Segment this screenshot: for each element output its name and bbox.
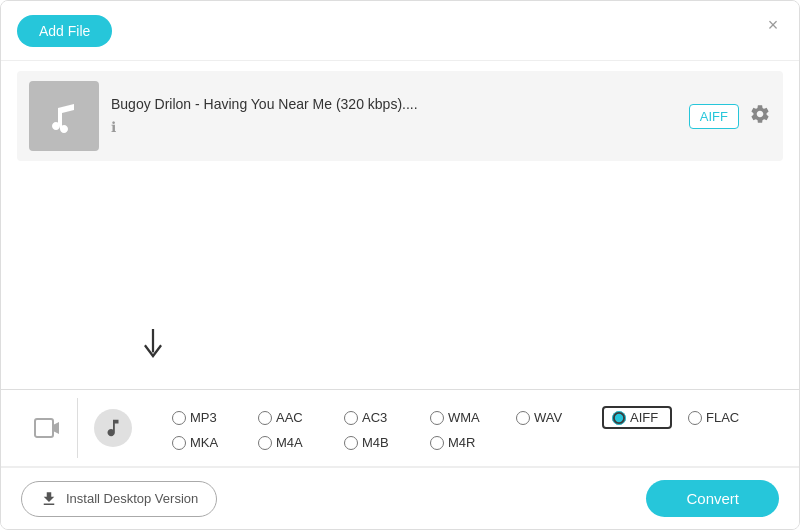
format-options: MP3 AAC AC3 WMA WAV AIFF — [148, 398, 783, 458]
format-row-2: MKA M4A M4B M4R — [172, 435, 767, 450]
app-window: Add File × Bugoy Drilon - Having You Nea… — [0, 0, 800, 530]
down-arrow-icon — [139, 329, 167, 365]
convert-button[interactable]: Convert — [646, 480, 779, 517]
file-list-area: Bugoy Drilon - Having You Near Me (320 k… — [1, 61, 799, 389]
format-flac[interactable]: FLAC — [688, 410, 758, 425]
format-mka[interactable]: MKA — [172, 435, 242, 450]
format-m4r[interactable]: M4R — [430, 435, 500, 450]
svg-rect-1 — [35, 419, 53, 437]
format-tabs: MP3 AAC AC3 WMA WAV AIFF — [1, 390, 799, 467]
format-wma[interactable]: WMA — [430, 410, 500, 425]
format-ac3[interactable]: AC3 — [344, 410, 414, 425]
file-name: Bugoy Drilon - Having You Near Me (320 k… — [111, 96, 677, 112]
file-thumbnail — [29, 81, 99, 151]
format-aiff[interactable]: AIFF — [602, 406, 672, 429]
tab-video[interactable] — [17, 398, 78, 458]
info-icon[interactable]: ℹ — [111, 119, 116, 135]
bottom-panel: MP3 AAC AC3 WMA WAV AIFF — [1, 389, 799, 467]
audio-tab-circle — [94, 409, 132, 447]
format-row-1: MP3 AAC AC3 WMA WAV AIFF — [172, 406, 767, 429]
format-wav[interactable]: WAV — [516, 410, 586, 425]
file-actions: AIFF — [689, 103, 771, 130]
gear-icon — [749, 103, 771, 125]
install-desktop-button[interactable]: Install Desktop Version — [21, 481, 217, 517]
install-label: Install Desktop Version — [66, 491, 198, 506]
format-m4a[interactable]: M4A — [258, 435, 328, 450]
format-aac[interactable]: AAC — [258, 410, 328, 425]
down-arrow-area — [139, 329, 167, 369]
format-mp3[interactable]: MP3 — [172, 410, 242, 425]
file-item: Bugoy Drilon - Having You Near Me (320 k… — [17, 71, 783, 161]
tab-audio[interactable] — [78, 398, 148, 458]
download-icon — [40, 490, 58, 508]
close-button[interactable]: × — [761, 13, 785, 37]
top-bar: Add File × — [1, 1, 799, 61]
footer-bar: Install Desktop Version Convert — [1, 467, 799, 529]
settings-button[interactable] — [749, 103, 771, 130]
video-tab-icon — [33, 414, 61, 442]
music-icon — [46, 98, 82, 134]
format-badge-button[interactable]: AIFF — [689, 104, 739, 129]
format-m4b[interactable]: M4B — [344, 435, 414, 450]
audio-note-icon — [102, 417, 124, 439]
add-file-button[interactable]: Add File — [17, 15, 112, 47]
file-info: Bugoy Drilon - Having You Near Me (320 k… — [111, 96, 677, 136]
